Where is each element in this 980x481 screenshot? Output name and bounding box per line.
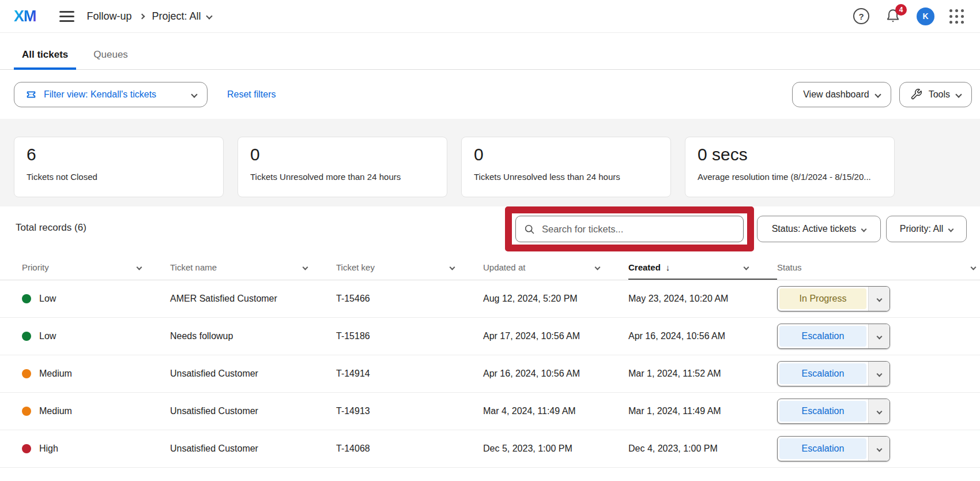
priority-dot-medium — [22, 407, 31, 416]
column-header-ticket-name[interactable]: Ticket name — [170, 255, 336, 280]
ticket-name: AMER Satisfied Customer — [170, 294, 336, 304]
stat-card-tickets-not-closed: 6 Tickets not Closed — [14, 137, 224, 197]
chevron-down-icon — [303, 265, 308, 270]
tab-queues[interactable]: Queues — [85, 49, 136, 69]
chevron-down-icon — [868, 287, 889, 311]
table-header-row: Priority Ticket name Ticket key Updated … — [0, 255, 980, 280]
chevron-down-icon — [450, 265, 455, 270]
column-header-priority[interactable]: Priority — [22, 255, 170, 280]
chevron-down-icon — [971, 265, 977, 270]
status-select[interactable]: Escalation — [777, 436, 890, 461]
stat-label: Average resolution time (8/1/2024 - 8/15… — [698, 172, 882, 182]
ticket-name: Unsatisfied Customer — [170, 406, 336, 416]
chevron-down-icon — [137, 265, 142, 270]
avatar[interactable]: K — [917, 7, 934, 25]
status-filter-dropdown[interactable]: Status: Active tickets — [757, 216, 881, 242]
created-at: Apr 16, 2024, 10:56 AM — [628, 331, 777, 341]
column-header-status[interactable]: Status — [777, 255, 980, 280]
table-controls-row: Total records (6) Status: Active tickets… — [0, 206, 980, 255]
status-badge: Escalation — [779, 363, 866, 384]
created-at: May 23, 2024, 10:20 AM — [628, 294, 777, 304]
updated-at: Aug 12, 2024, 5:20 PM — [483, 294, 628, 304]
ticket-name: Unsatisfied Customer — [170, 444, 336, 454]
breadcrumb: Follow-up Project: All — [87, 10, 212, 22]
table-row[interactable]: Low Needs followup T-15186 Apr 17, 2024,… — [0, 318, 980, 355]
tools-label: Tools — [929, 89, 950, 100]
breadcrumb-page: Follow-up — [87, 10, 132, 22]
status-select[interactable]: In Progress — [777, 286, 890, 311]
priority-label: Medium — [39, 369, 72, 379]
status-badge: Escalation — [779, 438, 866, 459]
apps-grid-icon[interactable] — [949, 9, 964, 24]
notification-count-badge: 4 — [895, 4, 907, 16]
priority-label: Low — [39, 294, 56, 304]
updated-at: Mar 4, 2024, 11:49 AM — [483, 406, 628, 416]
chevron-down-icon — [861, 226, 867, 232]
status-filter-label: Status: Active tickets — [772, 224, 857, 234]
chevron-down-icon — [206, 13, 212, 19]
ticket-key: T-15186 — [336, 331, 483, 341]
chevron-down-icon — [948, 226, 954, 232]
chevron-down-icon — [955, 91, 962, 97]
ticket-name: Needs followup — [170, 331, 336, 341]
status-badge: Escalation — [779, 401, 866, 422]
hamburger-menu-icon[interactable] — [59, 11, 74, 22]
tools-dropdown[interactable]: Tools — [899, 82, 972, 107]
stat-card-avg-resolution-time: 0 secs Average resolution time (8/1/2024… — [685, 137, 895, 197]
chevron-down-icon — [191, 91, 197, 97]
status-select[interactable]: Escalation — [777, 361, 890, 386]
follow-up-page: XM Follow-up Project: All ? 4 K All — [0, 0, 980, 481]
stat-card-unresolved-less-24h: 0 Tickets Unresolved less than 24 hours — [461, 137, 671, 197]
ticket-key: T-14914 — [336, 369, 483, 379]
help-icon[interactable]: ? — [853, 8, 869, 24]
stat-value: 6 — [27, 145, 211, 164]
table-row[interactable]: Low AMER Satisfied Customer T-15466 Aug … — [0, 280, 980, 318]
chevron-down-icon — [868, 399, 889, 423]
status-badge: In Progress — [779, 288, 866, 309]
reset-filters-link[interactable]: Reset filters — [227, 89, 276, 100]
priority-dot-low — [22, 332, 31, 341]
priority-filter-label: Priority: All — [900, 224, 944, 234]
wrench-icon — [910, 88, 922, 100]
filter-view-label: Filter view: Kendall's tickets — [44, 89, 156, 100]
ticket-icon — [25, 88, 37, 101]
priority-label: High — [39, 444, 58, 454]
created-at: Dec 4, 2023, 1:00 PM — [628, 444, 777, 454]
created-at: Mar 1, 2024, 11:49 AM — [628, 406, 777, 416]
status-select[interactable]: Escalation — [777, 324, 890, 349]
chevron-down-icon — [868, 324, 889, 348]
total-records-label: Total records (6) — [16, 222, 86, 234]
table-row[interactable]: Medium Unsatisfied Customer T-14914 Apr … — [0, 355, 980, 393]
column-header-created-sorted[interactable]: Created↓ — [628, 255, 777, 280]
view-dashboard-label: View dashboard — [803, 89, 869, 100]
column-header-ticket-key[interactable]: Ticket key — [336, 255, 483, 280]
stat-label: Tickets not Closed — [27, 172, 211, 182]
sort-descending-icon: ↓ — [666, 262, 670, 272]
tickets-table: Priority Ticket name Ticket key Updated … — [0, 255, 980, 468]
ticket-name: Unsatisfied Customer — [170, 369, 336, 379]
top-navigation-bar: XM Follow-up Project: All ? 4 K — [0, 0, 980, 33]
column-header-updated-at[interactable]: Updated at — [483, 255, 628, 280]
tab-bar: All tickets Queues — [0, 33, 980, 70]
topbar-actions: ? 4 K — [853, 7, 964, 25]
chevron-down-icon — [868, 437, 889, 461]
priority-dot-high — [22, 444, 31, 453]
filter-bar-actions: View dashboard Tools — [792, 82, 972, 107]
notifications-button[interactable]: 4 — [884, 7, 902, 25]
table-row[interactable]: High Unsatisfied Customer T-14068 Dec 5,… — [0, 430, 980, 468]
project-selector[interactable]: Project: All — [152, 10, 212, 22]
tab-all-tickets[interactable]: All tickets — [14, 49, 76, 69]
filter-view-dropdown[interactable]: Filter view: Kendall's tickets — [14, 82, 208, 107]
chevron-down-icon — [595, 265, 601, 270]
priority-dot-medium — [22, 369, 31, 378]
stat-value: 0 — [474, 145, 658, 164]
updated-at: Dec 5, 2023, 1:00 PM — [483, 444, 628, 454]
stat-label: Tickets Unresolved more than 24 hours — [250, 172, 435, 182]
project-selector-label: Project: All — [152, 10, 201, 22]
ticket-key: T-15466 — [336, 294, 483, 304]
priority-filter-dropdown[interactable]: Priority: All — [886, 216, 967, 242]
view-dashboard-dropdown[interactable]: View dashboard — [792, 82, 891, 107]
search-input[interactable] — [542, 224, 736, 235]
table-row[interactable]: Medium Unsatisfied Customer T-14913 Mar … — [0, 393, 980, 430]
status-select[interactable]: Escalation — [777, 399, 890, 424]
